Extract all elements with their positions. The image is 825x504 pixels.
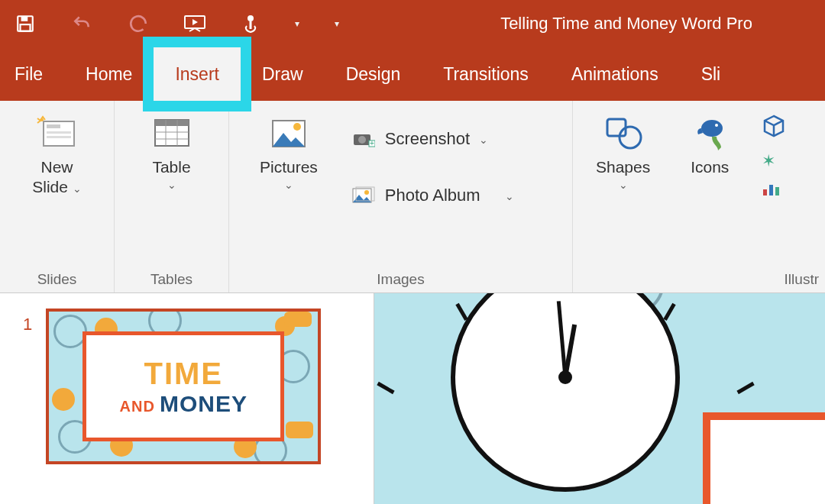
touch-mode-icon[interactable] [241,14,260,34]
undo-icon[interactable] [70,14,93,34]
chevron-down-icon[interactable]: ▾ [295,18,299,29]
title-bar: ▾ ▾ Telling Time and Money Word Pro [0,0,825,47]
svg-point-27 [701,120,723,137]
chevron-down-icon: ⌄ [167,179,176,191]
new-slide-icon [35,113,78,153]
chevron-down-icon[interactable]: ▾ [335,18,339,29]
photo-album-icon [351,185,376,206]
thumb-text-time: TIME [144,357,223,391]
chevron-down-icon: ⌄ [505,190,514,202]
group-label-illustrations: Illustr [573,271,825,288]
svg-rect-31 [775,187,779,195]
svg-rect-25 [607,119,626,136]
ribbon-group-tables: Table ⌄ Tables [115,101,229,292]
thumb-text-money: MONEY [160,391,247,417]
pictures-icon [267,113,310,153]
screenshot-label: Screenshot [385,129,470,149]
photo-album-label: Photo Album [385,186,480,205]
clock-graphic [451,293,680,492]
table-label: Table [152,157,190,177]
svg-rect-7 [47,131,71,134]
pictures-button[interactable]: Pictures ⌄ [252,110,325,194]
ribbon: New Slide ⌄ Slides Table ⌄ Tables Pictur… [0,101,825,293]
redo-icon[interactable] [128,14,148,34]
chevron-down-icon: ⌄ [479,134,488,146]
svg-rect-6 [47,124,60,128]
svg-point-28 [715,124,718,127]
chevron-down-icon: ⌄ [284,179,293,191]
slide-content-frame [703,412,825,504]
photo-album-button[interactable]: Photo Album ⌄ [348,180,517,211]
svg-point-4 [247,15,254,21]
table-icon [150,113,193,153]
thumbnail-title-box: TIME ANDMONEY [82,331,284,441]
tab-insert[interactable]: Insert [154,47,241,101]
svg-rect-1 [21,16,28,21]
group-label-slides: Slides [0,271,114,288]
star-icon[interactable]: ✶ [762,151,786,171]
thumbnail-row: 1 TIME ANDMONEY [23,309,351,464]
new-slide-label: New Slide ⌄ [32,157,82,198]
icons-icon [688,113,731,153]
svg-point-17 [293,123,301,131]
slide-edit-area[interactable] [374,293,825,504]
svg-rect-29 [763,189,767,195]
icons-button[interactable]: Icons [681,110,739,200]
pictures-label: Pictures [260,157,318,177]
tab-design[interactable]: Design [325,47,422,101]
tab-transitions[interactable]: Transitions [422,47,550,101]
document-title: Telling Time and Money Word Pro [443,14,810,34]
tab-draw[interactable]: Draw [241,47,325,101]
svg-text:+: + [370,139,374,147]
cube-icon[interactable] [762,115,786,141]
group-label-tables: Tables [115,271,228,288]
screenshot-icon: + [351,128,376,150]
icons-label: Icons [691,157,729,177]
slide-number: 1 [23,309,32,464]
ribbon-tabs: File Home Insert Draw Design Transitions… [0,47,825,101]
table-button[interactable]: Table ⌄ [143,110,201,194]
group-label-images: Images [229,271,572,288]
chart-small-icon[interactable] [762,182,786,200]
new-slide-button[interactable]: New Slide ⌄ [24,110,89,201]
tab-animations[interactable]: Animations [550,47,680,101]
shapes-button[interactable]: Shapes ⌄ [588,110,658,200]
chevron-down-icon: ⌄ [73,183,82,195]
chevron-down-icon: ⌄ [619,179,628,191]
ribbon-group-images: Pictures ⌄ + Screenshot ⌄ Photo Album ⌄ [229,101,573,292]
svg-rect-2 [21,24,31,31]
thumb-text-and: AND [120,398,155,415]
tab-file[interactable]: File [11,47,64,101]
workspace: 1 TIME ANDMONEY [0,293,825,504]
slide-thumbnail-1[interactable]: TIME ANDMONEY [46,309,321,464]
svg-rect-30 [769,185,773,195]
shapes-icon [602,113,645,153]
slide-thumbnails-panel: 1 TIME ANDMONEY [0,293,374,504]
tab-slideshow[interactable]: Sli [680,47,742,101]
save-icon[interactable] [15,14,35,34]
slideshow-icon[interactable] [183,13,206,34]
svg-point-26 [620,127,641,148]
svg-rect-11 [155,120,189,126]
svg-rect-8 [47,136,71,138]
ribbon-group-illustrations: Shapes ⌄ Icons ✶ Illustr [573,101,825,292]
svg-point-23 [364,190,369,195]
quick-access-toolbar: ▾ ▾ [15,13,339,34]
screenshot-button[interactable]: + Screenshot ⌄ [348,124,517,154]
svg-point-9 [40,118,44,121]
ribbon-group-slides: New Slide ⌄ Slides [0,101,115,292]
shapes-label: Shapes [596,157,650,177]
svg-point-19 [358,136,366,144]
tab-home[interactable]: Home [64,47,154,101]
